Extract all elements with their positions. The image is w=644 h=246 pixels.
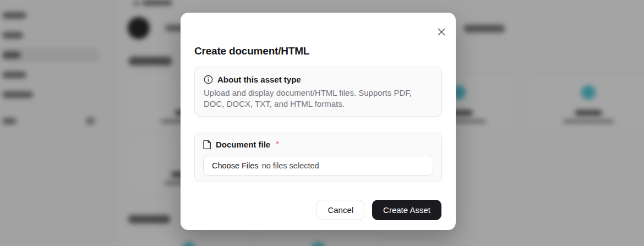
choose-files-button[interactable]: Choose Files <box>212 161 259 170</box>
file-icon <box>203 140 211 149</box>
close-icon <box>438 28 445 36</box>
cancel-button[interactable]: Cancel <box>316 200 364 220</box>
asset-type-info-box: About this asset type Upload and display… <box>194 67 442 117</box>
file-input-status: no files selected <box>262 161 319 170</box>
info-icon <box>204 75 213 84</box>
create-asset-button[interactable]: Create Asset <box>372 200 441 220</box>
create-document-modal: Create document/HTML About this asset ty… <box>181 13 456 230</box>
info-box-body: Upload and display document/HTML files. … <box>204 88 433 110</box>
document-file-field: Document file * Choose Files no files se… <box>194 133 442 182</box>
file-input[interactable]: Choose Files no files selected <box>203 156 433 176</box>
modal-title: Create document/HTML <box>194 45 309 57</box>
modal-footer: Cancel Create Asset <box>181 189 456 230</box>
required-marker: * <box>276 139 279 148</box>
app-screen: Create document/HTML About this asset ty… <box>0 0 644 246</box>
info-box-title: About this asset type <box>217 75 301 84</box>
close-button[interactable] <box>435 26 447 38</box>
file-field-label: Document file <box>216 140 270 149</box>
